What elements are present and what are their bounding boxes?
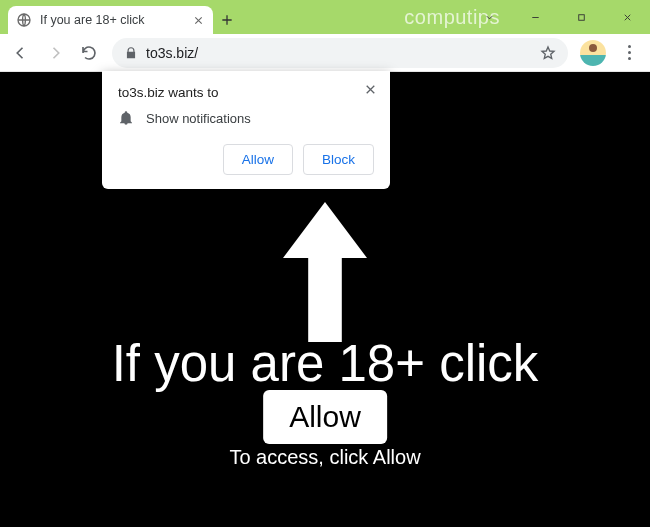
url-text: to3s.biz/ (146, 45, 532, 61)
notification-permission-popup: to3s.biz wants to Show notifications All… (102, 71, 390, 189)
back-button[interactable] (6, 38, 36, 68)
window-controls (466, 0, 650, 34)
arrow-up-icon (280, 202, 370, 346)
new-tab-button[interactable] (213, 6, 241, 34)
reload-button[interactable] (74, 38, 104, 68)
popup-title: to3s.biz wants to (118, 85, 374, 100)
window-maximize-button[interactable] (558, 0, 604, 34)
allow-button[interactable]: Allow (223, 144, 293, 175)
fake-allow-button[interactable]: Allow (263, 390, 387, 444)
window-dropdown-button[interactable] (466, 0, 512, 34)
popup-close-button[interactable] (360, 79, 380, 99)
bell-icon (118, 110, 134, 126)
lock-icon (124, 46, 138, 60)
profile-avatar[interactable] (580, 40, 606, 66)
page-subline: To access, click Allow (0, 446, 650, 469)
forward-button[interactable] (40, 38, 70, 68)
popup-permission-row: Show notifications (118, 110, 374, 126)
popup-permission-label: Show notifications (146, 111, 251, 126)
window-minimize-button[interactable] (512, 0, 558, 34)
address-bar[interactable]: to3s.biz/ (112, 38, 568, 68)
browser-tab[interactable]: If you are 18+ click (8, 6, 213, 34)
popup-actions: Allow Block (118, 144, 374, 175)
block-button[interactable]: Block (303, 144, 374, 175)
globe-icon (16, 12, 32, 28)
svg-rect-1 (578, 14, 584, 20)
kebab-menu-button[interactable] (614, 38, 644, 68)
tab-close-button[interactable] (191, 13, 205, 27)
page-headline: If you are 18+ click (0, 334, 650, 393)
bookmark-star-icon[interactable] (540, 45, 556, 61)
browser-toolbar: to3s.biz/ (0, 34, 650, 72)
tab-title: If you are 18+ click (40, 13, 183, 27)
window-close-button[interactable] (604, 0, 650, 34)
window-titlebar: If you are 18+ click computips (0, 0, 650, 34)
